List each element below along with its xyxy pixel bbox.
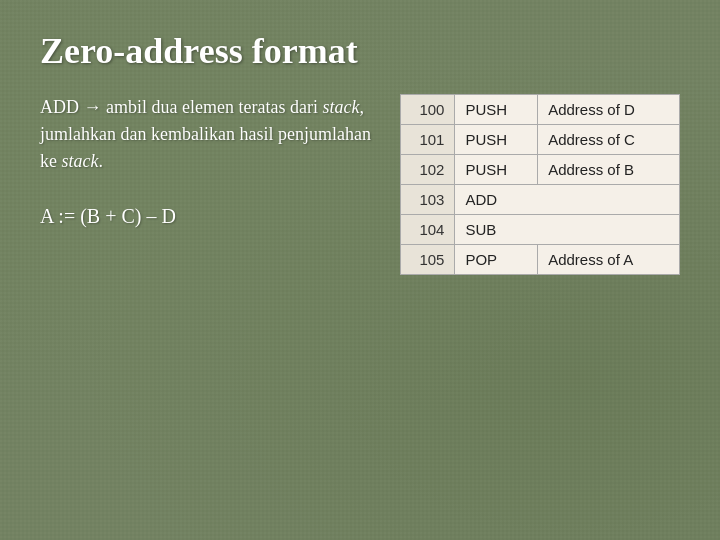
table-row: 101PUSHAddress of C (401, 125, 680, 155)
left-panel: ADD → ambil dua elemen teratas dari stac… (40, 94, 380, 228)
instruction-table: 100PUSHAddress of D101PUSHAddress of C10… (400, 94, 680, 275)
row-address: 100 (401, 95, 455, 125)
instruction-panel: 100PUSHAddress of D101PUSHAddress of C10… (400, 94, 680, 275)
row-operand: Address of C (538, 125, 680, 155)
table-row: 104SUB (401, 215, 680, 245)
row-opcode: POP (455, 245, 538, 275)
desc-stack1: stack (322, 97, 359, 117)
table-row: 102PUSHAddress of B (401, 155, 680, 185)
table-row: 105POPAddress of A (401, 245, 680, 275)
row-opcode: PUSH (455, 125, 538, 155)
row-address: 104 (401, 215, 455, 245)
row-operand: Address of A (538, 245, 680, 275)
row-opcode: SUB (455, 215, 680, 245)
desc-stack2: stack (62, 151, 99, 171)
equation-text: A := (B + C) – D (40, 205, 380, 228)
page-container: Zero-address format ADD → ambil dua elem… (0, 0, 720, 295)
desc-end: . (98, 151, 103, 171)
page-title: Zero-address format (40, 30, 680, 72)
row-address: 102 (401, 155, 455, 185)
row-opcode: PUSH (455, 95, 538, 125)
desc-add: ADD → ambil dua elemen teratas dari (40, 97, 322, 117)
row-address: 101 (401, 125, 455, 155)
row-operand: Address of B (538, 155, 680, 185)
table-row: 100PUSHAddress of D (401, 95, 680, 125)
main-layout: ADD → ambil dua elemen teratas dari stac… (40, 94, 680, 275)
row-opcode: ADD (455, 185, 680, 215)
row-opcode: PUSH (455, 155, 538, 185)
description-text: ADD → ambil dua elemen teratas dari stac… (40, 94, 380, 175)
table-row: 103ADD (401, 185, 680, 215)
row-operand: Address of D (538, 95, 680, 125)
row-address: 105 (401, 245, 455, 275)
row-address: 103 (401, 185, 455, 215)
